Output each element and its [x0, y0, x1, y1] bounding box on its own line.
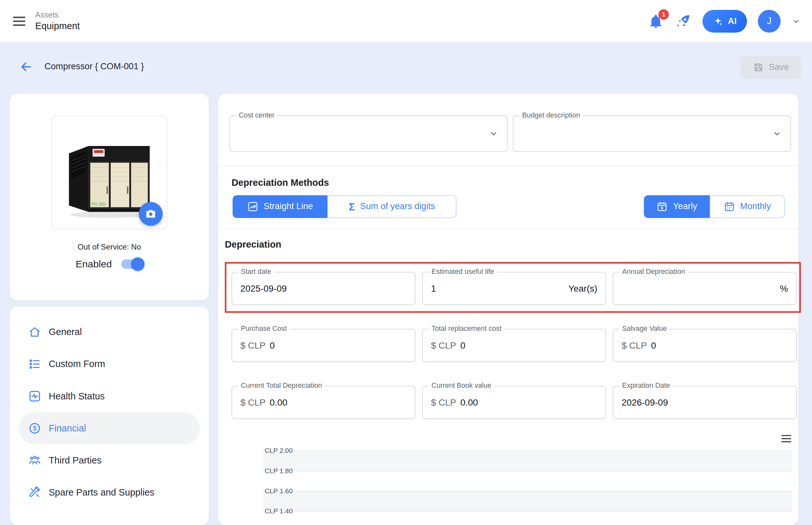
sidebar-item-third-parties[interactable]: Third Parties	[19, 445, 200, 477]
page-name: Equipment	[35, 20, 80, 32]
chart-gridline	[263, 511, 793, 512]
field-value: 0.00	[270, 397, 287, 408]
divider	[218, 228, 798, 229]
save-button[interactable]: Save	[740, 56, 801, 79]
sidebar-item-custom-form[interactable]: Custom Form	[19, 348, 200, 380]
svg-text:$: $	[33, 425, 36, 432]
period-yearly-button[interactable]: 8 Yearly	[644, 195, 710, 218]
sigma-icon: Σ	[349, 201, 355, 212]
method-straight-line-button[interactable]: Straight Line	[233, 195, 327, 218]
sidebar-item-financial[interactable]: $ Financial	[19, 412, 200, 445]
financial-panel: Cost center Budget description Depreciat…	[218, 94, 798, 525]
tools-icon	[28, 486, 42, 499]
useful-life-field[interactable]: Estimated useful life 1 Year(s)	[422, 272, 606, 305]
currency-prefix: $ CLP	[240, 340, 265, 351]
chart-y-tick: CLP 1.60	[263, 487, 293, 495]
currency-prefix: $ CLP	[431, 340, 456, 351]
ai-button-label: AI	[728, 16, 737, 26]
change-photo-button[interactable]	[139, 202, 163, 226]
current-total-depreciation-field[interactable]: Current Total Depreciation $ CLP 0.00	[232, 386, 415, 419]
rocket-button[interactable]	[675, 13, 692, 29]
purchase-cost-field[interactable]: Purchase Cost $ CLP 0	[232, 329, 415, 362]
current-book-value-field[interactable]: Current Book value $ CLP 0.00	[422, 386, 606, 419]
asset-logo-text: RS 250	[92, 202, 105, 207]
currency-prefix: $ CLP	[431, 397, 456, 408]
sidebar-item-label: Health Status	[48, 391, 105, 402]
method-toggle-group: Straight Line Σ Sum of years digits	[233, 195, 456, 218]
total-replacement-cost-field[interactable]: Total replacement cost $ CLP 0	[422, 329, 606, 362]
budget-description-select[interactable]: Budget description	[513, 116, 791, 152]
rocket-icon	[675, 13, 692, 29]
field-value: 0.00	[460, 397, 478, 408]
breadcrumb: Assets Equipment	[35, 10, 80, 32]
calendar-month-icon	[724, 201, 735, 212]
enabled-label: Enabled	[76, 258, 112, 270]
health-status-icon	[28, 389, 42, 403]
chevron-down-icon[interactable]	[792, 16, 801, 26]
field-label: Purchase Cost	[238, 325, 290, 333]
field-suffix: %	[780, 283, 788, 294]
method-label: Straight Line	[264, 201, 313, 212]
chart-menu-icon[interactable]	[780, 432, 793, 445]
depreciation-row-2: Purchase Cost $ CLP 0 Total replacement …	[232, 329, 797, 362]
asset-title: Compressor { COM-001 }	[45, 61, 144, 72]
save-icon	[753, 61, 764, 73]
chart-line-icon	[247, 201, 259, 212]
expiration-date-field[interactable]: Expiration Date 2026-09-09	[613, 386, 797, 419]
sidebar-item-health-status[interactable]: Health Status	[19, 380, 200, 412]
avatar[interactable]: J	[758, 10, 781, 32]
chart-band	[263, 491, 793, 511]
chart-band	[263, 451, 793, 470]
cost-center-select[interactable]: Cost center	[230, 116, 508, 152]
field-label: Current Book value	[429, 381, 494, 390]
sidebar-item-spare-parts[interactable]: Spare Parts and Supplies	[19, 477, 200, 509]
ai-assistant-button[interactable]: AI	[703, 10, 747, 32]
breadcrumb-section: Assets	[35, 10, 80, 20]
chart-y-tick: CLP 1.40	[263, 507, 293, 515]
sidebar-item-label: Custom Form	[48, 359, 105, 370]
asset-nav-card: General Custom Form Health Status $ Fina…	[10, 306, 208, 525]
field-label: Start date	[238, 268, 274, 276]
field-value: 0	[270, 340, 275, 351]
sidebar-item-label: Financial	[48, 423, 86, 434]
notifications-button[interactable]: 1	[648, 13, 664, 29]
cost-center-label: Cost center	[236, 111, 277, 120]
depreciation-methods-title: Depreciation Methods	[232, 178, 329, 189]
period-monthly-button[interactable]: Monthly	[710, 195, 785, 218]
method-sum-of-years-button[interactable]: Σ Sum of years digits	[327, 195, 456, 218]
sidebar-item-label: General	[48, 327, 82, 338]
budget-description-label: Budget description	[520, 111, 583, 120]
start-date-field[interactable]: Start date 2025-09-09	[232, 272, 415, 305]
sidebar-item-general[interactable]: General	[19, 316, 200, 348]
save-button-label: Save	[769, 62, 789, 73]
app-window: Assets Equipment 1 AI J Compressor { COM…	[0, 0, 812, 525]
annual-depreciation-field[interactable]: Annual Depreciation %	[613, 272, 797, 305]
chevron-down-icon[interactable]	[489, 129, 499, 139]
enabled-toggle[interactable]	[121, 259, 143, 269]
salvage-value-field[interactable]: Salvage Value $ CLP 0	[613, 329, 797, 362]
out-of-service-status: Out of Service: No	[10, 242, 208, 251]
field-value: 1	[431, 283, 436, 294]
depreciation-row-1: Start date 2025-09-09 Estimated useful l…	[232, 272, 797, 305]
chevron-down-icon[interactable]	[772, 129, 782, 139]
enabled-row: Enabled	[10, 258, 208, 270]
divider	[218, 166, 798, 166]
toggle-knob	[131, 257, 145, 271]
back-button[interactable]	[19, 60, 33, 74]
depreciation-title: Depreciation	[225, 239, 281, 250]
field-label: Annual Depreciation	[620, 268, 688, 276]
notification-badge: 1	[659, 9, 669, 19]
field-suffix: Year(s)	[569, 283, 597, 294]
dollar-icon: $	[28, 421, 42, 435]
currency-prefix: $ CLP	[240, 397, 265, 408]
svg-text:8: 8	[661, 206, 663, 210]
sidebar-item-label: Third Parties	[48, 455, 101, 466]
calendar-year-icon: 8	[656, 201, 668, 212]
field-label: Expiration Date	[620, 381, 673, 390]
menu-icon[interactable]	[11, 13, 27, 29]
field-label: Salvage Value	[620, 325, 669, 333]
chart-y-tick: CLP 1.80	[263, 467, 293, 475]
chart-y-tick: CLP 2.00	[263, 447, 293, 454]
home-icon	[28, 325, 42, 339]
asset-photo-card: RS 250 Out of Service: No Enabled	[10, 94, 208, 300]
